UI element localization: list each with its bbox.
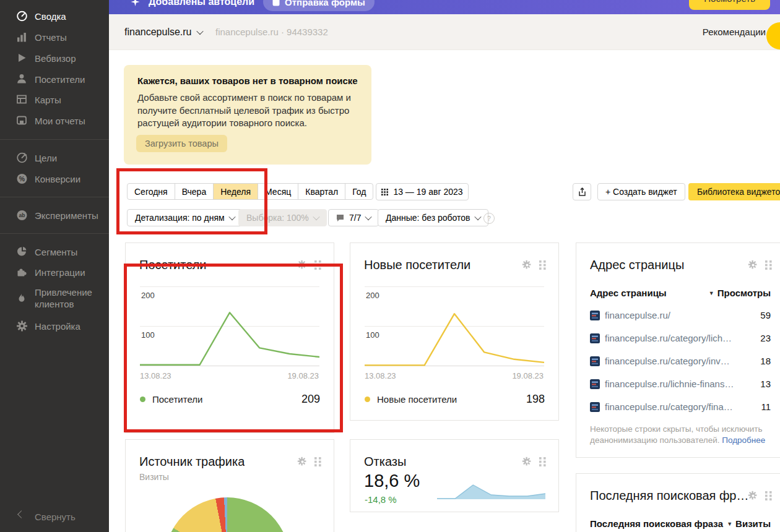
tab-yesterday[interactable]: Вчера [175,184,214,199]
grip-icon[interactable] [539,457,546,466]
notice-title: Кажется, ваших товаров нет в товарном по… [137,75,358,86]
gear-icon[interactable] [522,260,532,270]
tab-today[interactable]: Сегодня [128,184,175,199]
sidebar-item-my-reports[interactable]: Мои отчеты [0,110,109,131]
grip-icon[interactable] [765,491,772,500]
sidebar-collapse-button[interactable]: Свернуть [0,506,109,527]
sort-desc-icon: ▼ [709,290,714,296]
sidebar-item-settings[interactable]: Настройка [0,315,109,337]
column-visits: Визиты [735,518,771,529]
grip-icon[interactable] [314,260,321,270]
sidebar-item-client-acquisition[interactable]: Привлечение клиентов [0,285,109,312]
page-url-link[interactable]: financepulse.ru/category/inv… [605,356,730,366]
column-url[interactable]: Адрес страницы [590,288,667,298]
widget-new-visitors: Новые посетители 200 100 13.08.23 19.08.… [350,242,559,421]
sampling-dropdown[interactable]: Выборка: 100% [238,209,327,226]
date-range-button[interactable]: 13 — 19 авг 2023 [376,183,469,200]
sort-desc-icon: ▼ [727,521,732,527]
visitors-line-chart [140,286,319,366]
widget-subtitle: Визиты [139,472,169,482]
data-mode-dropdown[interactable]: Данные: без роботов [378,209,488,226]
tab-month[interactable]: Месяц [258,184,298,199]
gear-icon[interactable] [748,260,758,270]
widget-title: Новые посетители [364,258,470,272]
gear-icon[interactable] [297,260,308,270]
more-link[interactable]: Подробнее [722,435,765,445]
table-row[interactable]: financepulse.ru/category/lich… 23 [590,327,771,350]
gear-icon[interactable] [297,457,308,467]
export-button[interactable] [573,183,591,200]
tab-year[interactable]: Год [345,184,373,199]
sidebar-item-summary[interactable]: Сводка [0,6,109,27]
hidden-rows-note: Некоторые строки скрыты, чтобы исключить… [590,424,772,446]
recommendations-link[interactable]: Рекомендации [703,14,766,49]
y-tick: 100 [366,330,379,340]
page-url-link[interactable]: financepulse.ru/category/fina… [605,401,733,412]
chart-legend: Посетители 209 [140,393,320,406]
gear-icon [16,320,28,332]
form-submit-pill[interactable]: Отправка формы [263,0,375,11]
x-label-end: 19.08.23 [287,371,319,380]
views-value: 23 [760,333,771,343]
widget-title: Посетители [139,258,207,272]
gear-icon[interactable] [748,491,758,501]
page-url-link[interactable]: financepulse.ru/category/lich… [605,333,732,343]
sidebar-item-segments[interactable]: Сегменты [0,241,109,262]
grip-icon[interactable] [314,457,321,466]
views-value: 18 [760,356,771,366]
traffic-source-pie-chart [165,497,290,532]
ab-test-icon: ab [16,210,28,221]
column-visits-sort[interactable]: ▼ Визиты [727,518,771,529]
pie-icon [16,246,28,258]
sidebar-item-label: Цели [35,152,104,164]
sidebar-item-conversions[interactable]: % Конверсии [0,168,109,189]
sampling-label: Выборка: 100% [246,213,309,223]
view-button[interactable]: Посмотреть [689,0,770,10]
create-widget-button[interactable]: + Создать виджет [597,183,685,200]
sidebar-item-integrations[interactable]: Интеграции [0,262,109,283]
page-url-link[interactable]: financepulse.ru/lichnie-finans… [605,379,734,389]
legend-value: 209 [301,393,320,406]
collapse-label: Свернуть [35,512,76,522]
x-label-end: 19.08.23 [512,371,544,380]
autogoals-text: Добавлены автоцели [149,0,254,7]
widget-visitors: Посетители 200 100 13.08.23 19.08.23 Пос… [125,242,334,433]
column-phrase[interactable]: Последняя поисковая фраза [590,518,723,529]
legend-label: Новые посетители [377,394,457,405]
grip-icon[interactable] [765,260,772,270]
date-range-label: 13 — 19 авг 2023 [393,187,462,197]
sidebar-item-experiments[interactable]: ab Эксперименты [0,205,109,226]
detail-dropdown[interactable]: Детализация: по дням [127,209,243,226]
chevron-down-icon [313,213,319,220]
recommendations-badge[interactable] [766,22,780,49]
legend-dot [365,397,370,402]
favicon [590,402,600,412]
sidebar-item-goals[interactable]: Цели [0,147,109,168]
help-icon[interactable]: ? [483,213,495,224]
gear-icon[interactable] [522,457,532,467]
table-row[interactable]: financepulse.ru/lichnie-finans… 13 [590,372,771,395]
counter-switcher[interactable]: financepulse.ru [124,14,202,49]
annotations-dropdown[interactable]: 7/7 [328,209,379,226]
person-icon [16,74,28,85]
tab-week[interactable]: Неделя [213,184,258,199]
sidebar-item-reports[interactable]: Отчеты [0,27,109,48]
detail-label: Детализация: по дням [135,213,225,223]
table-row[interactable]: financepulse.ru/category/fina… 11 [590,395,771,418]
table-row[interactable]: financepulse.ru/ 59 [590,304,771,327]
tab-quarter[interactable]: Квартал [298,184,345,199]
speech-bubble-icon [336,214,344,222]
autogoals-banner-content: Добавлены автоцели Отправка формы [130,0,375,12]
column-views-sort[interactable]: ▼ Просмотры [709,288,771,298]
sidebar-item-visitors[interactable]: Посетители [0,69,109,90]
bar-chart-icon [16,32,28,43]
views-value: 59 [760,310,771,320]
table-row[interactable]: financepulse.ru/category/inv… 18 [590,350,771,372]
widget-library-button[interactable]: Библиотека виджетов [688,183,780,200]
sidebar-item-maps[interactable]: Карты [0,89,109,110]
sidebar-item-webvisor[interactable]: Вебвизор [0,48,109,69]
upload-goods-button[interactable]: Загрузить товары [136,135,227,152]
grip-icon[interactable] [539,260,546,270]
widget-traffic-source: Источник трафика Визиты [125,439,334,532]
page-url-link[interactable]: financepulse.ru/ [605,310,670,320]
